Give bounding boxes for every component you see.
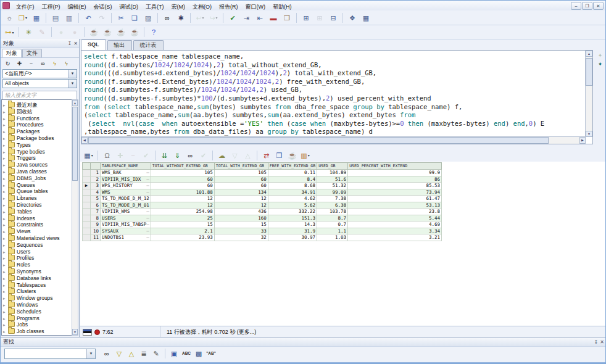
tree-item[interactable]: ▸Triggers <box>3 154 70 161</box>
table-row[interactable]: 8USERS—25160151.38.75.44 <box>83 215 442 221</box>
editor-vertical-scrollbar[interactable]: ▲ ▼ <box>585 51 592 137</box>
document-icon[interactable]: ❒ <box>281 12 293 24</box>
chart-icon[interactable]: ▥▾ <box>299 149 311 161</box>
tree-item[interactable]: ▸Programs <box>3 315 70 321</box>
break-session-icon[interactable]: ☕ <box>88 26 100 38</box>
mark-all-icon[interactable]: ≣ <box>138 348 149 359</box>
tree-item[interactable]: ▸Materialized views <box>3 234 70 241</box>
window-list-icon[interactable]: ❖ <box>346 12 359 24</box>
sidebar-tab-对象[interactable]: 对象 <box>2 49 22 57</box>
tree-item[interactable]: ▸Functions <box>3 115 70 122</box>
object-search-input[interactable]: 输入搜索文字 <box>2 91 77 100</box>
save-icon[interactable]: ▦ <box>30 12 43 24</box>
menu-item-10[interactable]: 帮助(H) <box>269 4 296 10</box>
table-row[interactable]: ▶3WPS_HISTORY—60608.6851.3285.53 <box>83 183 442 189</box>
preferences-gear-icon[interactable]: ✳ <box>22 26 35 38</box>
menu-item-8[interactable]: 报告(R) <box>215 4 242 10</box>
tree-scrollbar[interactable]: ▲ ▼ <box>72 99 78 336</box>
menu-item-5[interactable]: 工具(T) <box>142 4 168 10</box>
tree-item[interactable]: ▸Directories <box>3 201 70 208</box>
print-preview-icon[interactable]: ▥ <box>63 12 75 24</box>
find-next-icon[interactable]: ✱ <box>175 12 187 24</box>
open-icon[interactable]: ❐▾ <box>17 12 29 24</box>
tree-item[interactable]: ▸Roles <box>3 261 70 268</box>
menu-item-1[interactable]: 工程(P) <box>38 4 64 10</box>
column-header-free_with_extend_gb[interactable]: FREE_WITH_EXTEND_GB <box>268 163 317 170</box>
filter-user-icon[interactable]: ϟ <box>61 58 72 68</box>
case-sensitive-icon[interactable]: "AB" <box>205 348 217 359</box>
tree-item[interactable]: ▸Constraints <box>3 221 70 228</box>
copy-to-excel-icon[interactable]: ☕ <box>286 149 298 161</box>
copy-icon[interactable]: ❏ <box>128 12 141 24</box>
tree-item[interactable]: ▸Type bodies <box>3 148 70 155</box>
editor-grid-splitter[interactable] <box>80 144 605 149</box>
tree-item[interactable]: ▸Profiles <box>3 254 70 261</box>
tree-item[interactable]: ▸Sequences <box>3 241 70 248</box>
grid-menu-icon[interactable]: ▦▾ <box>83 149 94 161</box>
tree-item[interactable]: ▸Java classes <box>3 168 70 175</box>
table-row[interactable]: 9VIPIIR_MIS_TABSP—151514.30.74.69 <box>83 221 442 228</box>
scroll-down-icon[interactable]: ▼ <box>586 131 592 137</box>
editor-horizontal-scrollbar[interactable]: ◀ ▶ <box>81 136 586 144</box>
tree-item[interactable]: ▸Procedures <box>3 121 70 128</box>
tree-item[interactable]: ▸Clusters <box>3 287 70 294</box>
table-row[interactable]: 2VIPIIR_MIS_IDX—60608.451.686 <box>83 176 442 183</box>
column-header-used_gb[interactable]: USED_GB <box>317 163 348 170</box>
close-button[interactable]: ✕ <box>593 2 604 10</box>
pin-icon[interactable]: ↧ <box>594 339 599 345</box>
tab-SQL[interactable]: SQL <box>81 39 106 50</box>
column-header-total_without_extend_gb[interactable]: TOTAL_WITHOUT_EXTEND_GB <box>151 163 214 170</box>
tree-item[interactable]: ▸Tablespaces <box>3 281 70 288</box>
scroll-up-icon[interactable]: ▲ <box>72 100 78 106</box>
cut-icon[interactable]: ✂ <box>115 12 127 24</box>
sql-editor[interactable]: select f.tablespace_name tablespace_name… <box>81 50 593 144</box>
sort-icon[interactable]: ☁ <box>216 149 228 161</box>
chevron-down-icon[interactable]: ▼ <box>68 80 77 88</box>
menu-item-3[interactable]: 会话(S) <box>90 4 116 10</box>
table-row[interactable]: 5TS_TD_MODE_D_M_12—12124.627.3861.47 <box>83 196 442 202</box>
indent-icon[interactable]: ⇥ <box>240 12 252 24</box>
tree-item[interactable]: ▸Views <box>3 228 70 234</box>
find-previous-icon[interactable]: △ <box>126 348 137 359</box>
paste-icon[interactable]: ▨ <box>142 12 154 24</box>
menu-item-0[interactable]: 文件(F) <box>12 4 38 10</box>
sidebar-tab-文件[interactable]: 文件 <box>22 49 42 57</box>
refresh-icon[interactable]: ↻ <box>2 58 13 68</box>
outdent-icon[interactable]: ⇤ <box>254 12 266 24</box>
restore-button[interactable]: ❐ <box>582 2 592 10</box>
tree-item[interactable]: ▸Packages <box>3 128 70 134</box>
find-next-icon[interactable]: ▽ <box>114 348 125 359</box>
expand-all-icon[interactable]: ✚ <box>14 58 25 68</box>
scrollbar-thumb[interactable] <box>586 58 592 86</box>
tree-item[interactable]: ▸DBMS_Jobs <box>3 175 70 181</box>
tree-item[interactable]: ▸最近对象 <box>3 101 70 108</box>
column-header-used_percent_with_extend[interactable]: USED_PERCENT_WITH_EXTEND <box>348 163 442 170</box>
help-icon[interactable]: ? <box>147 26 160 38</box>
describe-icon[interactable]: ✔ <box>226 12 239 24</box>
table-row[interactable]: 10SYSAUX—2.13331.91.13.34 <box>83 228 442 234</box>
tree-item[interactable]: ▸Job classes <box>3 328 70 334</box>
tree-item[interactable]: ▸Java sources <box>3 161 70 168</box>
tree-item[interactable]: ▸Windows <box>3 301 70 308</box>
find-data-icon[interactable]: ∞ <box>185 149 196 161</box>
tree-item[interactable]: ▸Indexes <box>3 215 70 221</box>
fetch-all-icon[interactable]: ⇓ <box>172 149 183 161</box>
pin-icon[interactable]: ↧ <box>68 41 72 46</box>
tree-item[interactable]: ▸Jobs <box>3 321 70 328</box>
tab-输出[interactable]: 输出 <box>107 40 132 50</box>
scroll-left-icon[interactable]: ◀ <box>81 137 88 144</box>
table-row[interactable]: 11UNDOTBS1—23.933230.971.033.21 <box>83 234 442 241</box>
menu-item-7[interactable]: 文档(O) <box>189 4 215 10</box>
fetch-next-page-icon[interactable]: ⇊ <box>159 149 170 161</box>
tree-item[interactable]: ▸回收站 <box>3 108 70 115</box>
filter-icon[interactable]: ϟ <box>49 58 60 68</box>
minimize-button[interactable]: ‒ <box>571 2 581 10</box>
table-row[interactable]: 1WMS_BAK—1051050.11104.8999.9 <box>83 170 442 176</box>
scrollbar-thumb[interactable] <box>72 107 78 181</box>
tree-item[interactable]: ▸Queue tables <box>3 188 70 194</box>
new-document-icon[interactable]: ☼ <box>3 12 15 24</box>
tree-item[interactable]: ▸Synonyms <box>3 268 70 275</box>
scroll-down-icon[interactable]: ▼ <box>72 329 78 335</box>
object-filter-select[interactable]: All objects ▼ <box>2 79 77 88</box>
window-grid-icon[interactable]: ▦ <box>360 12 372 24</box>
